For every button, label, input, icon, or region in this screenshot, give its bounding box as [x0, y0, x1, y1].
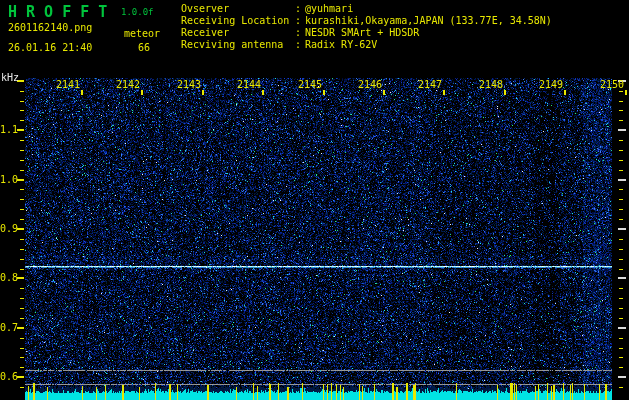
info-row: Receiving Location:kurashiki,Okayama,JAP… — [181, 15, 552, 27]
freq-tick-label: 0.6 — [0, 372, 17, 382]
observation-datetime: 26.01.16 21:40 — [8, 42, 92, 53]
time-tick-label: 2147 — [413, 80, 447, 90]
time-tick-label: 2144 — [232, 80, 266, 90]
time-tick-label: 2149 — [534, 80, 568, 90]
info-label: Receiver — [181, 27, 293, 39]
app-version: 1.0.0f — [121, 7, 154, 17]
info-row: Recviving antenna:Radix RY-62V — [181, 39, 552, 51]
info-value: @yuhmari — [305, 3, 353, 15]
info-value: Radix RY-62V — [305, 39, 377, 51]
frequency-axis-unit-label: kHz — [1, 72, 19, 83]
time-tick-label: 2145 — [293, 80, 327, 90]
info-row: Ovserver:@yuhmari — [181, 3, 552, 15]
freq-tick-label: 0.9 — [0, 224, 17, 234]
meteor-echo-count: 66 — [138, 42, 150, 53]
output-filename: 2601162140.png — [8, 22, 92, 33]
info-separator: : — [293, 39, 303, 51]
info-value: NESDR SMArt + HDSDR — [305, 27, 419, 39]
mode-label: meteor — [124, 28, 160, 39]
info-label: Receiving Location — [181, 15, 293, 27]
time-tick-label: 2142 — [111, 80, 145, 90]
time-tick-label: 2143 — [172, 80, 206, 90]
app-title: H R O F F T — [8, 3, 107, 21]
freq-tick-label: 1.0 — [0, 175, 17, 185]
info-value: kurashiki,Okayama,JAPAN (133.77E, 34.58N… — [305, 15, 552, 27]
hrofft-output-image: H R O F F T 1.0.0f 2601162140.png meteor… — [0, 0, 629, 400]
freq-tick-label: 0.8 — [0, 273, 17, 283]
time-tick-label: 2150 — [595, 80, 629, 90]
spectrogram-canvas — [0, 0, 629, 400]
info-separator: : — [293, 15, 303, 27]
freq-tick-label: 0.7 — [0, 323, 17, 333]
info-separator: : — [293, 27, 303, 39]
time-tick-label: 2146 — [353, 80, 387, 90]
observer-info-panel: Ovserver:@yuhmariReceiving Location:kura… — [181, 3, 552, 51]
freq-tick-label: 1.1 — [0, 125, 17, 135]
info-label: Ovserver — [181, 3, 293, 15]
info-row: Receiver:NESDR SMArt + HDSDR — [181, 27, 552, 39]
info-label: Recviving antenna — [181, 39, 293, 51]
time-tick-label: 2141 — [51, 80, 85, 90]
info-separator: : — [293, 3, 303, 15]
time-tick-label: 2148 — [474, 80, 508, 90]
